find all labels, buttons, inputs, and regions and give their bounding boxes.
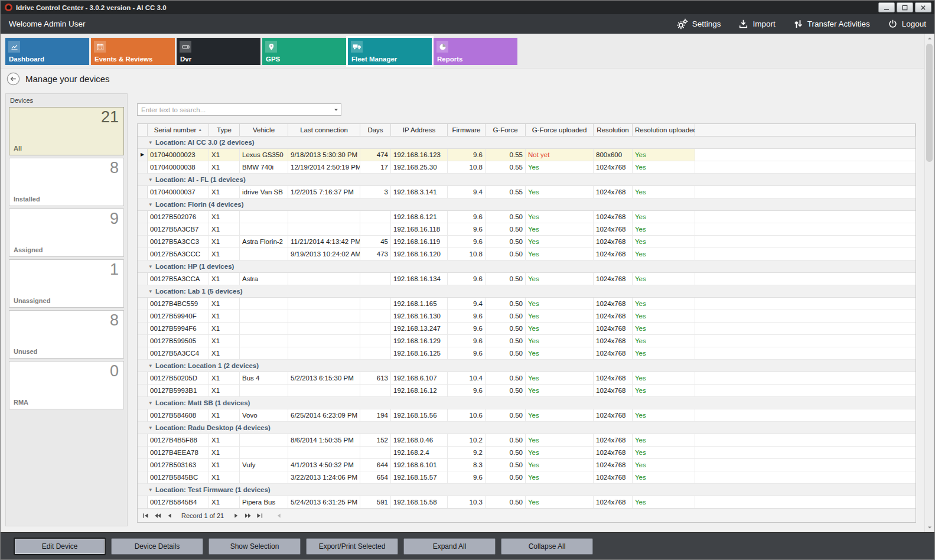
export-print-selected-button[interactable]: Export/Print Selected	[306, 538, 398, 555]
collapse-icon[interactable]: ▾	[138, 139, 155, 145]
device-row[interactable]: 00127B503163X1Vufy4/1/2013 4:50:32 PM644…	[138, 459, 916, 471]
transfer-activities-button[interactable]: Transfer Activities	[793, 19, 870, 29]
cell-ip: 192.168.6.121	[391, 211, 448, 223]
device-row[interactable]: 00127B5A3CCAX1Astra192.168.16.1349.60.50…	[138, 273, 916, 285]
expand-all-button[interactable]: Expand All	[403, 538, 496, 555]
group-label: Location: Al - FL (1 devices)	[155, 176, 246, 183]
column-header-resolution-uploaded[interactable]: Resolution uploaded	[633, 124, 695, 136]
tab-events-reviews[interactable]: Events & Reviews	[91, 38, 175, 65]
column-header-days[interactable]: Days	[360, 124, 391, 136]
cell-firmware: 9.6	[448, 211, 486, 223]
collapse-icon[interactable]: ▾	[138, 400, 155, 406]
group-row[interactable]: ▾Location: Florin (4 devices)	[138, 198, 916, 211]
minimize-button[interactable]	[878, 2, 895, 12]
collapse-icon[interactable]: ▾	[138, 425, 155, 431]
collapse-icon[interactable]: ▾	[138, 363, 155, 369]
edit-device-button[interactable]: Edit Device	[14, 538, 106, 555]
device-filter-unassigned[interactable]: 1Unassigned	[9, 259, 124, 308]
pager-first-button[interactable]	[141, 511, 151, 521]
tab-dashboard[interactable]: Dashboard	[5, 38, 89, 65]
column-header-g-force[interactable]: G-Force	[486, 124, 526, 136]
group-row[interactable]: ▾Location: Al - FL (1 devices)	[138, 174, 916, 186]
device-row[interactable]: 00127B4BC559X1192.168.1.1659.40.50Yes102…	[138, 298, 916, 310]
group-row[interactable]: ▾Location: Radu Desktop (4 devices)	[138, 422, 916, 434]
device-row[interactable]: 017040000037X1idrive Van SB1/2/2015 7:16…	[138, 186, 916, 198]
tab-gps[interactable]: GPS	[262, 38, 346, 65]
device-filter-unused[interactable]: 8Unused	[9, 310, 124, 359]
pager-last-button[interactable]	[255, 511, 265, 521]
show-selection-button[interactable]: Show Selection	[208, 538, 301, 555]
device-row[interactable]: 00127B5A3CC4X1192.168.16.1259.60.50Yes10…	[138, 347, 916, 360]
group-row[interactable]: ▾Location: HP (1 devices)	[138, 261, 916, 273]
device-row[interactable]: 00127B59940FX1192.168.16.1309.60.50Yes10…	[138, 310, 916, 323]
device-row[interactable]: 017040000038X1BMW 740i12/19/2014 2:50:19…	[138, 161, 916, 174]
device-row[interactable]: 00127B5845B4X1Pipera Bus5/24/2013 6:31:2…	[138, 496, 916, 509]
device-row[interactable]: 00127B50205DX1Bus 45/2/2013 6:15:30 PM61…	[138, 372, 916, 385]
device-row[interactable]: 00127B584608X1Vovo6/25/2014 6:23:09 PM19…	[138, 409, 916, 422]
row-indicator	[138, 335, 148, 347]
scroll-up-icon[interactable]	[925, 34, 934, 43]
device-row[interactable]: 00127B4B5F88X18/6/2014 1:50:35 PM152192.…	[138, 434, 916, 447]
row-indicator	[138, 273, 148, 285]
collapse-icon[interactable]: ▾	[138, 263, 155, 269]
column-header-serial-number[interactable]: Serial number▲	[148, 124, 209, 136]
import-button[interactable]: Import	[738, 19, 775, 29]
group-row[interactable]: ▾Location: Location 1 (2 devices)	[138, 360, 916, 372]
device-row[interactable]: 00127B5A3CC3X1Astra Florin-211/21/2014 4…	[138, 236, 916, 248]
pager-next-page-button[interactable]	[243, 511, 253, 521]
back-button[interactable]	[6, 72, 20, 86]
device-row[interactable]: ▶017040000023X1Lexus GS3509/18/2013 5:30…	[138, 149, 916, 161]
scrollbar-thumb[interactable]	[926, 44, 933, 162]
dropdown-arrow-icon[interactable]	[331, 104, 341, 115]
cell-g-force-uploaded: Yes	[526, 447, 594, 459]
collapse-icon[interactable]: ▾	[138, 177, 155, 183]
vertical-scrollbar[interactable]	[924, 34, 934, 532]
search-combobox[interactable]	[137, 103, 341, 116]
device-filter-rma[interactable]: 0RMA	[9, 361, 124, 409]
device-filter-installed[interactable]: 8Installed	[9, 158, 124, 206]
hscroll-left-button[interactable]	[273, 511, 284, 521]
column-header-resolution[interactable]: Resolution	[594, 124, 633, 136]
group-row[interactable]: ▾Location: Lab 1 (5 devices)	[138, 285, 916, 298]
tab-reports[interactable]: Reports	[434, 38, 517, 65]
tab-dvr[interactable]: Dvr	[177, 38, 260, 65]
pager-prev-button[interactable]	[164, 511, 174, 521]
column-header-last-connection[interactable]: Last connection	[288, 124, 360, 136]
group-row[interactable]: ▾Location: Matt SB (1 devices)	[138, 397, 916, 409]
cell-ip: 192.168.16.12	[391, 385, 448, 397]
collapse-icon[interactable]: ▾	[138, 288, 155, 294]
group-row[interactable]: ▾Location: Test Firmware (1 devices)	[138, 484, 916, 496]
device-row[interactable]: 00127B5993B1X1192.168.16.129.60.50Yes102…	[138, 385, 916, 397]
logout-button[interactable]: Logout	[888, 19, 926, 29]
device-filter-assigned[interactable]: 9Assigned	[9, 209, 124, 257]
device-filter-all[interactable]: 21All	[9, 107, 124, 155]
column-header-vehicle[interactable]: Vehicle	[240, 124, 288, 136]
column-header-type[interactable]: Type	[209, 124, 240, 136]
device-row[interactable]: 00127B5A3CB7X1192.168.16.1189.60.50Yes10…	[138, 223, 916, 236]
scroll-down-icon[interactable]	[925, 523, 934, 532]
collapse-icon[interactable]: ▾	[138, 487, 155, 493]
column-header-g-force-uploaded[interactable]: G-Force uploaded	[526, 124, 594, 136]
pager-next-button[interactable]	[231, 511, 241, 521]
cell-resolution: 1024x768	[594, 236, 633, 248]
device-details-button[interactable]: Device Details	[111, 538, 203, 555]
device-row[interactable]: 00127B5845BCX13/22/2013 1:24:06 PM654192…	[138, 471, 916, 484]
device-row[interactable]: 00127B5A3CCCX19/19/2013 10:24:02 AM47319…	[138, 248, 916, 261]
group-label: Location: Lab 1 (5 devices)	[155, 288, 243, 295]
column-header-firmware[interactable]: Firmware	[448, 124, 486, 136]
close-button[interactable]	[915, 2, 931, 12]
group-row[interactable]: ▾Location: Al CC 3.0 (2 devices)	[138, 136, 916, 149]
device-row[interactable]: 00127B502076X1192.168.6.1219.60.50Yes102…	[138, 211, 916, 223]
device-row[interactable]: 00127B4EEA78X1192.168.2.49.20.50Yes1024x…	[138, 447, 916, 459]
column-header-ip-address[interactable]: IP Address	[391, 124, 448, 136]
device-row[interactable]: 00127B599505X1192.168.16.1299.60.50Yes10…	[138, 335, 916, 347]
pager-prev-page-button[interactable]	[152, 511, 162, 521]
collapse-icon[interactable]: ▾	[138, 201, 155, 207]
cell-g-force-uploaded: Yes	[526, 211, 594, 223]
search-input[interactable]	[138, 104, 331, 115]
settings-button[interactable]: Settings	[677, 18, 721, 30]
device-row[interactable]: 00127B5994F6X1192.168.13.2479.60.50Yes10…	[138, 323, 916, 335]
tab-fleet-manager[interactable]: Fleet Manager	[348, 38, 432, 65]
collapse-all-button[interactable]: Collapse All	[501, 538, 593, 555]
maximize-button[interactable]	[897, 2, 913, 12]
